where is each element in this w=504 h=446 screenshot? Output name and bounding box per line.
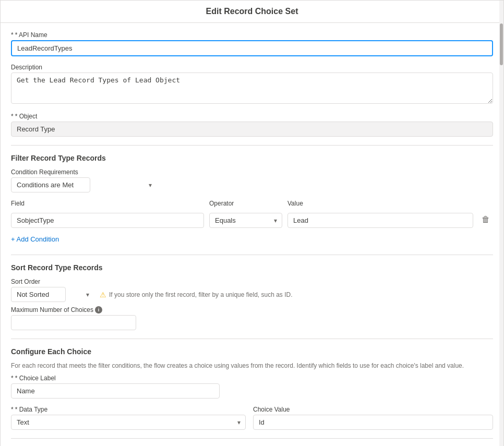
sort-section: Sort Record Type Records Sort Order Not … — [11, 263, 493, 330]
scrollbar-thumb — [500, 23, 503, 65]
api-name-required: * — [11, 31, 14, 39]
sort-order-label: Sort Order — [11, 278, 94, 285]
add-condition-label: + Add Condition — [11, 235, 59, 243]
condition-operator-cell: Equals — [209, 213, 282, 228]
max-choices-label-text: Maximum Number of Choices — [11, 306, 93, 314]
choice-value-label: Choice Value — [253, 406, 493, 413]
sort-title: Sort Record Type Records — [11, 263, 493, 272]
field-col-label: Field — [11, 200, 204, 207]
value-col-label: Value — [287, 200, 473, 207]
object-label: * * Object — [11, 113, 493, 120]
condition-requirements-wrapper: Conditions are Met — [11, 177, 157, 192]
max-choices-label: Maximum Number of Choices i — [11, 306, 493, 314]
sort-order-select[interactable]: Not Sorted — [11, 287, 66, 302]
divider-3 — [11, 339, 493, 339]
object-section: * * Object Record Type — [11, 113, 493, 137]
divider-1 — [11, 145, 493, 146]
modal-body: * * API Name Description Get the Lead Re… — [1, 23, 503, 446]
filter-section: Filter Record Type Records Condition Req… — [11, 154, 493, 246]
data-type-wrapper: Text — [11, 415, 246, 430]
api-name-section: * * API Name — [11, 31, 493, 56]
divider-2 — [11, 255, 493, 255]
choice-label-required: * — [11, 375, 14, 382]
condition-requirements-label: Condition Requirements — [11, 168, 493, 176]
condition-field-cell — [11, 213, 204, 228]
description-label: Description — [11, 64, 493, 71]
condition-requirements-select[interactable]: Conditions are Met — [11, 177, 90, 192]
choice-value-section: Choice Value — [253, 406, 493, 430]
condition-headers-row: Field Operator Value — [11, 200, 493, 209]
modal-title: Edit Record Choice Set — [206, 7, 298, 16]
choice-label-label: * * Choice Label — [11, 375, 493, 382]
data-type-row: * * Data Type Text Choice Value — [11, 406, 493, 430]
description-section: Description Get the Lead Record Types of… — [11, 64, 493, 105]
data-type-section: * * Data Type Text — [11, 406, 246, 430]
sort-order-wrapper: Not Sorted — [11, 287, 94, 302]
info-icon[interactable]: i — [95, 306, 102, 314]
choice-label-section: * * Choice Label — [11, 375, 493, 399]
add-condition-button[interactable]: + Add Condition — [11, 232, 59, 246]
filter-title: Filter Record Type Records — [11, 154, 493, 162]
max-choices-input[interactable] — [11, 315, 136, 330]
condition-value-cell — [287, 213, 473, 228]
sort-order-group: Sort Order Not Sorted — [11, 278, 94, 302]
data-type-label: * * Data Type — [11, 406, 246, 413]
data-type-select[interactable]: Text — [11, 415, 246, 430]
condition-operator-wrapper: Equals — [209, 213, 282, 228]
condition-delete-btn[interactable]: 🗑 — [479, 214, 492, 225]
divider-4 — [11, 438, 493, 439]
scrollbar-track[interactable] — [499, 1, 503, 446]
condition-row-1: Equals 🗑 — [11, 213, 493, 228]
max-choices-section: Maximum Number of Choices i — [11, 306, 493, 330]
sort-row: Sort Order Not Sorted ⚠ If you store onl… — [11, 278, 493, 302]
choice-value-input[interactable] — [253, 415, 493, 430]
description-textarea[interactable]: Get the Lead Record Types of Lead Object — [11, 73, 493, 104]
object-required: * — [11, 113, 14, 120]
condition-delete-cell: 🗑 — [478, 213, 493, 225]
configure-description: For each record that meets the filter co… — [11, 362, 493, 369]
modal-container: Edit Record Choice Set * * API Name Desc… — [0, 0, 504, 446]
modal-header: Edit Record Choice Set — [1, 1, 503, 23]
data-type-required: * — [11, 406, 14, 413]
api-name-label: * * API Name — [11, 31, 493, 39]
warning-icon: ⚠ — [100, 291, 106, 299]
condition-value-input[interactable] — [287, 213, 473, 228]
condition-field-input[interactable] — [11, 213, 204, 228]
object-value: Record Type — [11, 122, 493, 137]
warning-text: If you store only the first record, filt… — [109, 291, 293, 298]
condition-requirements-section: Condition Requirements Conditions are Me… — [11, 168, 493, 192]
condition-operator-select[interactable]: Equals — [209, 213, 282, 228]
operator-col-label: Operator — [209, 200, 282, 207]
configure-section: Configure Each Choice For each record th… — [11, 347, 493, 430]
choice-label-input[interactable] — [11, 383, 220, 399]
configure-title: Configure Each Choice — [11, 347, 493, 356]
warning-message: ⚠ If you store only the first record, fi… — [100, 291, 293, 299]
api-name-input[interactable] — [11, 40, 493, 56]
